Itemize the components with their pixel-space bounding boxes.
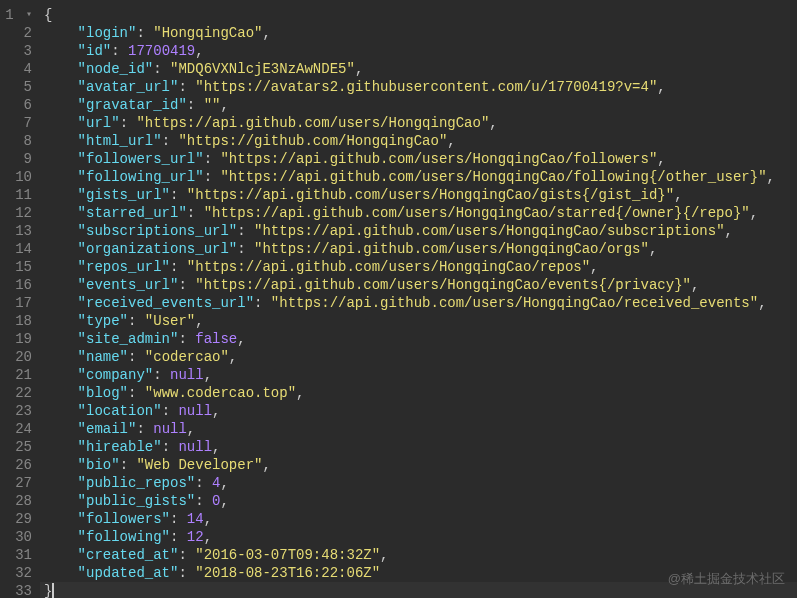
line-number: 14 <box>4 240 32 258</box>
line-number: 9 <box>4 150 32 168</box>
line-number: 30 <box>4 528 32 546</box>
code-line[interactable]: "public_gists": 0, <box>44 492 775 510</box>
line-number: 32 <box>4 564 32 582</box>
line-number: 23 <box>4 402 32 420</box>
code-line[interactable]: "received_events_url": "https://api.gith… <box>44 294 775 312</box>
code-line[interactable]: "events_url": "https://api.github.com/us… <box>44 276 775 294</box>
code-line[interactable]: "html_url": "https://github.com/Hongqing… <box>44 132 775 150</box>
line-number: 27 <box>4 474 32 492</box>
line-number: 20 <box>4 348 32 366</box>
code-line[interactable]: "company": null, <box>44 366 775 384</box>
line-number: 33 <box>4 582 32 598</box>
line-number: 17 <box>4 294 32 312</box>
code-line[interactable]: "gravatar_id": "", <box>44 96 775 114</box>
line-number: 7 <box>4 114 32 132</box>
text-cursor <box>52 583 54 598</box>
line-number: 31 <box>4 546 32 564</box>
line-number: 1 ▾ <box>4 6 32 24</box>
code-line[interactable]: "site_admin": false, <box>44 330 775 348</box>
code-line[interactable]: "hireable": null, <box>44 438 775 456</box>
code-line[interactable]: "subscriptions_url": "https://api.github… <box>44 222 775 240</box>
code-line[interactable]: "repos_url": "https://api.github.com/use… <box>44 258 775 276</box>
line-number: 11 <box>4 186 32 204</box>
code-line[interactable]: "avatar_url": "https://avatars2.githubus… <box>44 78 775 96</box>
code-line[interactable]: "followers_url": "https://api.github.com… <box>44 150 775 168</box>
line-number: 18 <box>4 312 32 330</box>
line-number: 13 <box>4 222 32 240</box>
code-line[interactable]: "login": "HongqingCao", <box>44 24 775 42</box>
line-number: 29 <box>4 510 32 528</box>
code-line[interactable]: "node_id": "MDQ6VXNlcjE3NzAwNDE5", <box>44 60 775 78</box>
line-number: 28 <box>4 492 32 510</box>
line-number: 6 <box>4 96 32 114</box>
watermark: @稀土掘金技术社区 <box>668 570 785 588</box>
code-line[interactable]: "following": 12, <box>44 528 775 546</box>
code-line[interactable]: "id": 17700419, <box>44 42 775 60</box>
line-number: 22 <box>4 384 32 402</box>
code-line[interactable]: "blog": "www.codercao.top", <box>44 384 775 402</box>
code-line[interactable]: "type": "User", <box>44 312 775 330</box>
line-number: 15 <box>4 258 32 276</box>
fold-toggle-icon[interactable]: ▾ <box>22 6 32 24</box>
code-line[interactable]: "email": null, <box>44 420 775 438</box>
code-line[interactable]: } <box>44 582 775 598</box>
line-number: 21 <box>4 366 32 384</box>
line-number: 25 <box>4 438 32 456</box>
code-line[interactable]: { <box>44 6 775 24</box>
code-line[interactable]: "bio": "Web Developer", <box>44 456 775 474</box>
code-line[interactable]: "updated_at": "2018-08-23T16:22:06Z" <box>44 564 775 582</box>
line-number: 26 <box>4 456 32 474</box>
line-number: 12 <box>4 204 32 222</box>
line-number: 4 <box>4 60 32 78</box>
line-number: 5 <box>4 78 32 96</box>
code-line[interactable]: "url": "https://api.github.com/users/Hon… <box>44 114 775 132</box>
line-number: 24 <box>4 420 32 438</box>
code-line[interactable]: "created_at": "2016-03-07T09:48:32Z", <box>44 546 775 564</box>
code-area[interactable]: { "login": "HongqingCao", "id": 17700419… <box>40 0 775 598</box>
line-number: 8 <box>4 132 32 150</box>
code-line[interactable]: "followers": 14, <box>44 510 775 528</box>
code-line[interactable]: "location": null, <box>44 402 775 420</box>
code-line[interactable]: "starred_url": "https://api.github.com/u… <box>44 204 775 222</box>
line-number-gutter: 1 ▾2345678910111213141516171819202122232… <box>0 0 40 598</box>
code-line[interactable]: "gists_url": "https://api.github.com/use… <box>44 186 775 204</box>
code-line[interactable]: "organizations_url": "https://api.github… <box>44 240 775 258</box>
code-line[interactable]: "name": "codercao", <box>44 348 775 366</box>
line-number: 3 <box>4 42 32 60</box>
line-number: 2 <box>4 24 32 42</box>
line-number: 10 <box>4 168 32 186</box>
code-line[interactable]: "public_repos": 4, <box>44 474 775 492</box>
line-number: 19 <box>4 330 32 348</box>
code-line[interactable]: "following_url": "https://api.github.com… <box>44 168 775 186</box>
line-number: 16 <box>4 276 32 294</box>
